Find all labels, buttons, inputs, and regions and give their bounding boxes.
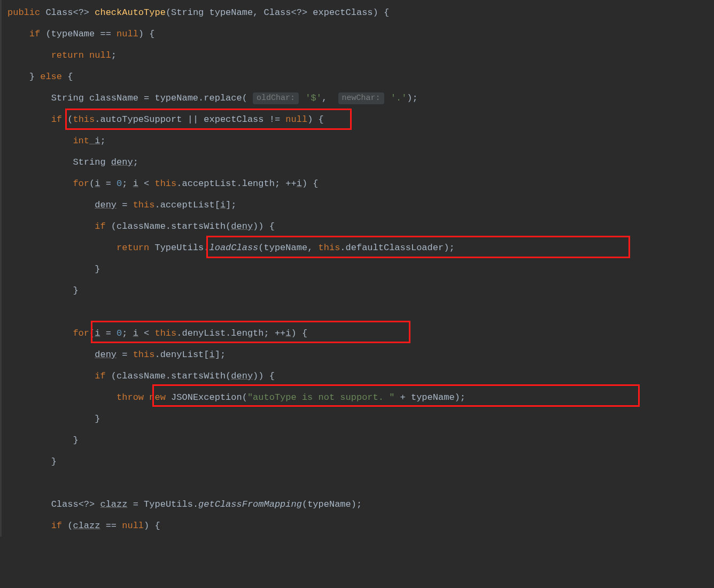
code-line: } (0, 430, 714, 451)
code-line: if (className.startsWith(deny)) { (0, 366, 714, 387)
string: '$' (300, 93, 322, 103)
keyword: null (122, 521, 144, 531)
code-text: .acceptList[ (154, 200, 220, 210)
code-text: , (322, 93, 338, 103)
code-text: < (138, 179, 155, 189)
variable: i (89, 136, 100, 146)
code-line: if (this.autoTypeSupport || expectClass … (0, 109, 714, 130)
param-hint: oldChar: (253, 92, 299, 104)
code-text: { (62, 72, 73, 82)
keyword: for (73, 328, 89, 338)
keyword: int (73, 136, 89, 146)
code-text: ) { (144, 521, 160, 531)
string: '.' (385, 93, 407, 103)
keyword: null (285, 114, 307, 125)
code-line: Class<?> clazz = TypeUtils.getClassFromM… (0, 494, 714, 515)
code-line: deny = this.denyList[i]; (0, 344, 714, 366)
code-text: = (100, 328, 117, 338)
code-text: Class<?> (51, 499, 100, 509)
keyword: new (144, 392, 166, 403)
code-text: ) { (302, 179, 319, 189)
param-hint: newChar: (338, 92, 384, 104)
method-name: checkAutoType (95, 7, 166, 18)
code-text: ; (111, 50, 117, 60)
code-text: = TypeUtils. (127, 499, 198, 509)
code-text: TypeUtils. (149, 243, 209, 253)
keyword: return (51, 50, 84, 60)
variable: clazz (73, 521, 100, 531)
code-text: .acceptList.length; ++ (176, 179, 296, 189)
method-call: getClassFromMapping (198, 499, 302, 509)
code-text: .denyList.length; ++ (176, 328, 285, 338)
code-text: ; (122, 328, 133, 338)
keyword: this (133, 200, 155, 210)
variable: clazz (100, 499, 127, 509)
variable: deny (231, 371, 253, 381)
variable: i (95, 179, 100, 189)
code-text: } (95, 414, 100, 424)
code-line: for(i = 0; i < this.denyList.length; ++i… (0, 323, 714, 344)
variable: deny (231, 221, 253, 231)
code-text: (typeName, (258, 243, 318, 253)
code-text: JSONException( (166, 392, 247, 403)
code-text: (className.startsWith( (106, 221, 231, 231)
variable: deny (111, 157, 133, 167)
variable: i (285, 328, 291, 338)
code-text: + typeName); (394, 392, 465, 403)
code-text: ]; (226, 200, 236, 210)
keyword: if (51, 114, 62, 125)
code-text: = (117, 350, 133, 360)
code-line: } (0, 408, 714, 430)
variable: i (209, 350, 215, 360)
code-line: } (0, 259, 714, 280)
keyword: return (117, 243, 149, 253)
code-text: { (297, 328, 307, 338)
keyword: if (95, 221, 105, 231)
code-text: )) { (253, 371, 275, 381)
keyword: this (133, 350, 155, 360)
code-text: } (73, 435, 78, 445)
code-text: } (73, 285, 78, 296)
code-text: ( (62, 114, 73, 125)
keyword: else (40, 72, 62, 82)
code-text: String (73, 157, 111, 167)
code-text: = (117, 200, 133, 210)
code-text: } (29, 72, 40, 82)
keyword: null (117, 29, 138, 39)
method-call: loadClass (209, 243, 258, 253)
code-line: } else { (0, 66, 714, 88)
variable: deny (95, 200, 117, 210)
code-line (0, 301, 714, 323)
code-text: (typeName); (302, 499, 362, 509)
keyword: if (29, 29, 40, 39)
variable: i (133, 328, 138, 338)
code-text: ); (407, 93, 417, 103)
code-text: ) { (138, 29, 155, 39)
code-line: String deny; (0, 152, 714, 173)
number: 0 (117, 179, 122, 189)
code-text: .autoTypeSupport || expectClass != (95, 114, 285, 125)
variable: deny (95, 350, 117, 360)
code-text: = (100, 179, 117, 189)
code-text: (className.startsWith( (106, 371, 231, 381)
code-line: if (typeName == null) { (0, 24, 714, 45)
code-line: if (clazz == null) { (0, 515, 714, 537)
code-text: String className = typeName.replace( (51, 93, 253, 103)
keyword: null (84, 50, 111, 60)
code-text: ) (307, 114, 313, 125)
code-line: String className = typeName.replace( old… (0, 88, 714, 109)
code-text: )) { (253, 221, 275, 231)
variable: i (220, 200, 226, 210)
code-text: ; (100, 136, 105, 146)
code-line: int i; (0, 130, 714, 152)
code-text: ; (122, 179, 133, 189)
keyword: if (51, 521, 62, 531)
variable: i (95, 328, 100, 338)
keyword: public (7, 7, 40, 18)
code-text: < (138, 328, 155, 338)
code-line: } (0, 280, 714, 301)
code-line: deny = this.acceptList[i]; (0, 195, 714, 216)
code-line: throw new JSONException("autoType is not… (0, 387, 714, 408)
code-line: public Class<?> checkAutoType(String typ… (0, 2, 714, 24)
keyword: this (319, 243, 340, 253)
